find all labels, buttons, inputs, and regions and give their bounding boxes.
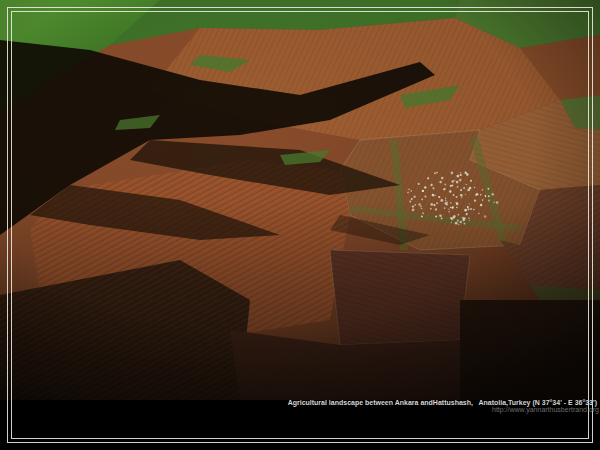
photo-caption: Agricultural landscape between Ankara an… — [288, 399, 597, 413]
aerial-photo — [0, 0, 600, 400]
caption-url: http://www.yannarthusbertrand.org — [288, 406, 599, 413]
wallpaper: Agricultural landscape between Ankara an… — [0, 0, 600, 450]
vignette — [0, 0, 600, 400]
caption-title: Agricultural landscape between Ankara an… — [288, 399, 597, 406]
